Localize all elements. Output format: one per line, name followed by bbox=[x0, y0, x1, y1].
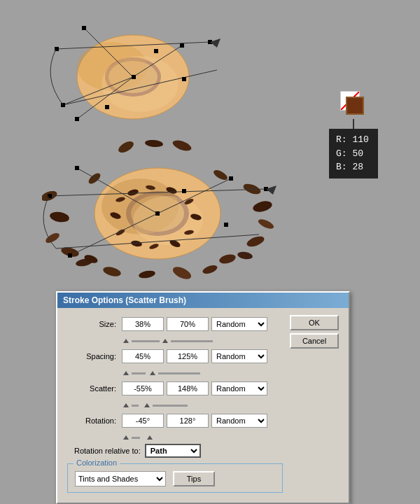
spacing-tri-2 bbox=[150, 371, 155, 375]
scatter-input-2[interactable] bbox=[167, 382, 209, 396]
svg-rect-15 bbox=[180, 43, 184, 48]
tooltip-connector bbox=[353, 119, 354, 129]
dialog-body: Size: Random Spacing: bbox=[57, 308, 349, 503]
svg-point-33 bbox=[145, 140, 164, 148]
svg-marker-73 bbox=[266, 186, 276, 195]
size-slider-row bbox=[67, 337, 283, 344]
svg-rect-69 bbox=[229, 176, 233, 181]
spacing-tri-1 bbox=[123, 371, 129, 375]
colorization-row: Tints and Shades None Tints Hue Shift Ti… bbox=[75, 471, 275, 486]
color-tooltip: R: 110 G: 50 B: 28 bbox=[329, 91, 378, 178]
svg-point-36 bbox=[138, 270, 155, 279]
svg-rect-67 bbox=[155, 211, 160, 216]
size-tri-1 bbox=[123, 339, 129, 343]
colorization-method-select[interactable]: Tints and Shades None Tints Hue Shift bbox=[75, 471, 166, 486]
scatter-tri-2 bbox=[144, 403, 150, 407]
color-g: G: 50 bbox=[336, 147, 371, 161]
svg-rect-20 bbox=[105, 105, 109, 109]
rotation-slider-row bbox=[67, 434, 283, 441]
spacing-row: Spacing: Random bbox=[67, 347, 283, 365]
scatter-method-select[interactable]: Random bbox=[211, 382, 267, 396]
scatter-slider-row bbox=[67, 402, 283, 409]
dialog-title: Stroke Options (Scatter Brush) bbox=[57, 293, 349, 308]
rotation-input-1[interactable] bbox=[122, 414, 164, 428]
svg-point-42 bbox=[218, 253, 237, 265]
svg-rect-68 bbox=[75, 166, 79, 170]
scatter-tri-1 bbox=[123, 403, 129, 407]
rotation-relative-label: Rotation relative to: bbox=[74, 447, 141, 455]
spacing-method-select[interactable]: Random bbox=[211, 349, 267, 363]
svg-point-29 bbox=[257, 217, 275, 230]
rotation-tri-1 bbox=[123, 435, 129, 440]
cancel-button[interactable]: Cancel bbox=[290, 333, 339, 349]
color-r: R: 110 bbox=[336, 133, 371, 147]
colorization-group: Colorization Tints and Shades None Tints… bbox=[67, 463, 283, 493]
svg-point-4 bbox=[102, 56, 178, 112]
svg-point-34 bbox=[172, 140, 192, 153]
svg-rect-19 bbox=[154, 49, 158, 53]
svg-point-30 bbox=[246, 234, 266, 248]
svg-point-40 bbox=[212, 168, 229, 182]
svg-rect-71 bbox=[224, 223, 228, 227]
rotation-relative-select[interactable]: Path Page bbox=[145, 444, 201, 458]
rotation-row: Rotation: Random bbox=[67, 412, 283, 430]
ok-button[interactable]: OK bbox=[290, 315, 339, 330]
scatter-row: Scatter: Random bbox=[67, 379, 283, 398]
main-controls: Size: Random Spacing: bbox=[67, 315, 283, 493]
color-info-box: R: 110 G: 50 B: 28 bbox=[329, 129, 378, 178]
size-input-1[interactable] bbox=[122, 317, 164, 331]
svg-rect-14 bbox=[82, 26, 86, 30]
rotation-input-2[interactable] bbox=[167, 414, 209, 428]
svg-rect-18 bbox=[182, 77, 186, 81]
scatter-label: Scatter: bbox=[67, 384, 116, 393]
rotation-method-select[interactable]: Random bbox=[211, 414, 267, 428]
stroke-options-dialog: Stroke Options (Scatter Brush) Size: Ran… bbox=[56, 291, 350, 504]
bagel-bottom-illustration bbox=[42, 140, 252, 266]
spacing-input-2[interactable] bbox=[167, 349, 209, 363]
spacing-input-1[interactable] bbox=[122, 349, 164, 363]
scatter-input-1[interactable] bbox=[122, 382, 164, 396]
spacing-label: Spacing: bbox=[67, 352, 116, 360]
color-b: B: 28 bbox=[336, 160, 371, 174]
swatch-foreground bbox=[346, 97, 364, 115]
canvas-area: R: 110 G: 50 B: 28 bbox=[0, 0, 420, 280]
svg-point-39 bbox=[87, 172, 102, 186]
svg-rect-70 bbox=[68, 253, 72, 258]
size-input-2[interactable] bbox=[167, 317, 209, 331]
rotation-label: Rotation: bbox=[67, 416, 116, 425]
size-row: Size: Random bbox=[67, 315, 283, 333]
size-tri-2 bbox=[162, 339, 168, 343]
svg-point-38 bbox=[202, 264, 218, 276]
size-method-select[interactable]: Random bbox=[211, 317, 267, 331]
rotation-tri-2 bbox=[147, 435, 153, 440]
rotation-relative-row: Rotation relative to: Path Page bbox=[67, 444, 283, 458]
button-group: OK Cancel bbox=[290, 315, 339, 351]
bagel-top-illustration bbox=[42, 7, 196, 126]
colorization-legend: Colorization bbox=[74, 458, 120, 467]
svg-point-28 bbox=[252, 200, 274, 214]
svg-marker-21 bbox=[210, 38, 220, 48]
svg-point-32 bbox=[117, 140, 136, 155]
svg-rect-13 bbox=[132, 75, 136, 79]
tips-button[interactable]: Tips bbox=[173, 471, 215, 486]
svg-point-31 bbox=[237, 251, 253, 260]
svg-point-23 bbox=[49, 211, 70, 224]
size-label: Size: bbox=[67, 320, 116, 328]
svg-rect-72 bbox=[182, 189, 186, 193]
svg-point-37 bbox=[171, 265, 192, 280]
color-swatch bbox=[340, 91, 367, 118]
svg-point-35 bbox=[102, 265, 122, 278]
svg-rect-16 bbox=[75, 117, 79, 121]
spacing-slider-row bbox=[67, 370, 283, 377]
